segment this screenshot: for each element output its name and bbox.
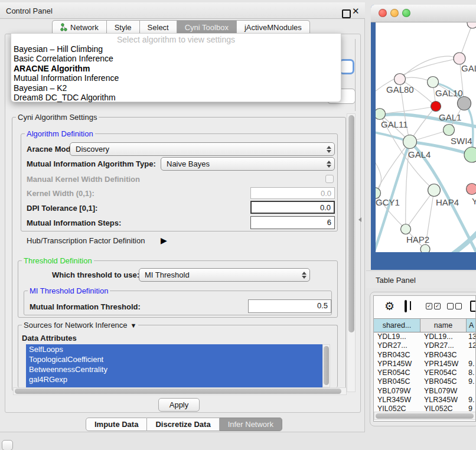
network-edge — [400, 56, 459, 79]
network-node-gal10[interactable] — [428, 77, 439, 88]
aracne-mode-combo[interactable]: Discovery — [70, 142, 335, 156]
algorithm-dropdown-list: Select algorithm to view settings Bayesi… — [11, 33, 341, 102]
network-node-hap4[interactable] — [428, 184, 441, 197]
node-label: GAL4 — [408, 149, 431, 159]
network-node-hap2[interactable] — [401, 224, 411, 234]
mi-steps-label: Mutual Information Steps: — [27, 219, 121, 227]
table-row[interactable]: YLR345W YLR345W 9. — [374, 396, 476, 405]
tab-jactivemnodules[interactable]: jActiveMNodules — [237, 20, 310, 34]
network-canvas[interactable]: GAL GAL80 GAL10 GAL1 GAL11 SWI4 GAL4 GCY… — [376, 22, 476, 252]
table-row[interactable]: YBR045C YBR045C 9. — [374, 377, 476, 386]
table-row[interactable]: YPR145W YPR145W 9. — [374, 360, 476, 369]
network-node-gal1[interactable] — [431, 102, 441, 112]
table-row[interactable]: YDL19... YDL19... 13 — [374, 332, 476, 341]
combo-stepper-icon — [299, 272, 309, 279]
tab-network-label: Network — [70, 23, 99, 32]
node-label: GAL10 — [435, 88, 463, 98]
which-threshold-combo[interactable]: MI Threshold — [139, 268, 310, 282]
network-node[interactable] — [454, 53, 465, 64]
close-traffic-light-icon[interactable] — [379, 9, 387, 17]
column-header-name[interactable]: name — [420, 319, 467, 332]
kernel-width-label: Kernel Width (0,1): — [27, 189, 94, 198]
table-rows: YDL19... YDL19... 13 YDR27... YDR27... 1… — [374, 332, 476, 413]
settings-vertical-scrollbar[interactable] — [347, 113, 356, 392]
close-window-icon[interactable]: ✕ — [352, 6, 360, 17]
mi-type-label: Mutual Information Algorithm Type: — [27, 159, 156, 168]
tab-infer-network[interactable]: Infer Network — [220, 418, 282, 431]
select-all-checked-icon[interactable]: ✓ — [426, 303, 432, 309]
minimized-panel-button[interactable] — [2, 440, 13, 450]
sources-title-wrap: Sources for Network Inference ▼ — [22, 321, 138, 330]
apply-button[interactable]: Apply — [158, 398, 200, 412]
table-panel-title: Table Panel — [376, 276, 416, 285]
select-all-checked-icon[interactable]: ✓ — [434, 303, 441, 309]
node-label: Y — [472, 196, 476, 206]
node-label: GAL — [461, 63, 476, 73]
mi-threshold-label: Mutual Information Threshold: — [30, 302, 141, 311]
network-edge — [428, 229, 476, 252]
zoom-traffic-light-icon[interactable] — [402, 9, 410, 17]
table-settings-gear-icon[interactable]: ⚙ — [384, 299, 395, 313]
table-horizontal-scrollbar[interactable] — [374, 412, 476, 420]
table-row[interactable]: YBL079W YBL079W — [374, 387, 476, 396]
attribute-item[interactable]: TopologicalCoefficient — [26, 354, 322, 364]
combo-stepper-icon — [324, 146, 334, 153]
network-node[interactable] — [467, 22, 476, 28]
column-header-cut[interactable]: A — [467, 319, 476, 332]
attribute-item[interactable]: BetweennessCentrality — [26, 364, 322, 374]
data-attributes-label: Data Attributes — [22, 334, 77, 343]
mi-threshold-field[interactable]: 0.5 — [248, 299, 331, 313]
data-attributes-list[interactable]: SelfLoops TopologicalCoefficient Between… — [26, 344, 322, 387]
tab-style[interactable]: Style — [107, 20, 140, 34]
network-node-gal80[interactable] — [395, 74, 406, 85]
combo-stepper-icon — [324, 161, 334, 168]
sources-collapse-arrow-icon[interactable]: ▼ — [131, 322, 137, 329]
table-row[interactable]: YER054C YER054C 8. — [374, 369, 476, 377]
network-node-gal4[interactable] — [403, 135, 417, 149]
kernel-width-field: 0.0 — [250, 187, 335, 199]
minimize-traffic-light-icon[interactable] — [390, 9, 399, 17]
tab-network[interactable]: Network — [52, 20, 107, 34]
tab-select[interactable]: Select — [140, 20, 177, 34]
dropdown-item[interactable]: Basic Correlation Inference — [11, 54, 341, 63]
manual-kernel-label: Manual Kernel Width Definition — [27, 175, 140, 184]
network-node[interactable] — [420, 244, 430, 252]
network-node-swi4[interactable] — [444, 125, 455, 136]
dpi-tolerance-field[interactable]: 0.0 — [250, 201, 335, 214]
hub-section-label: Hub/Transcription Factor Definition — [27, 236, 145, 245]
export-table-file-icon[interactable] — [470, 301, 476, 312]
network-node[interactable] — [458, 97, 471, 110]
dropdown-item[interactable]: Dream8 DC_TDC Algorithm — [11, 93, 341, 102]
panel-divider-grip[interactable] — [358, 217, 361, 222]
deselect-all-icon[interactable] — [455, 303, 462, 309]
column-header-shared[interactable]: shared... — [374, 319, 420, 332]
settings-horizontal-scrollbar[interactable] — [13, 387, 347, 395]
network-node[interactable] — [464, 147, 476, 162]
mi-type-combo[interactable]: Naive Bayes — [161, 157, 335, 171]
network-node-gal11[interactable] — [376, 109, 386, 120]
tab-discretize-data[interactable]: Discretize Data — [147, 418, 219, 431]
control-panel-titlebar — [0, 2, 365, 19]
dropdown-item[interactable]: Bayesian – Hill Climbing — [11, 44, 341, 54]
tab-impute-data[interactable]: Impute Data — [86, 418, 147, 431]
network-node[interactable] — [467, 184, 476, 195]
bottom-tabbar: Impute Data Discretize Data Infer Networ… — [86, 418, 282, 431]
manual-kernel-checkbox[interactable] — [325, 175, 334, 183]
table-row[interactable]: YDR27... YDR27... 12 — [374, 341, 476, 350]
float-window-icon[interactable] — [342, 9, 351, 18]
table-row[interactable]: YBR043C YBR043C — [374, 351, 476, 360]
mi-steps-field[interactable]: 6 — [250, 216, 335, 229]
attribute-item[interactable]: gal4RGexp — [26, 374, 322, 384]
hub-expand-arrow-icon[interactable]: ▶ — [161, 236, 167, 245]
network-icon — [60, 23, 67, 31]
threshold-definition-title: Threshold Definition — [22, 256, 94, 265]
dropdown-item[interactable]: Mutual Information Inference — [11, 73, 341, 83]
dropdown-item[interactable]: Bayesian – K2 — [11, 83, 341, 93]
dropdown-item-aracne[interactable]: ARACNE Algorithm — [11, 64, 341, 73]
column-visibility-icon[interactable] — [405, 300, 407, 312]
tab-cyni-toolbox[interactable]: Cyni Toolbox — [177, 20, 237, 34]
deselect-all-icon[interactable] — [447, 303, 454, 309]
attributes-scrollbar[interactable] — [322, 344, 330, 387]
dropdown-placeholder: Select algorithm to view settings — [11, 35, 341, 44]
attribute-item[interactable]: SelfLoops — [26, 344, 322, 354]
